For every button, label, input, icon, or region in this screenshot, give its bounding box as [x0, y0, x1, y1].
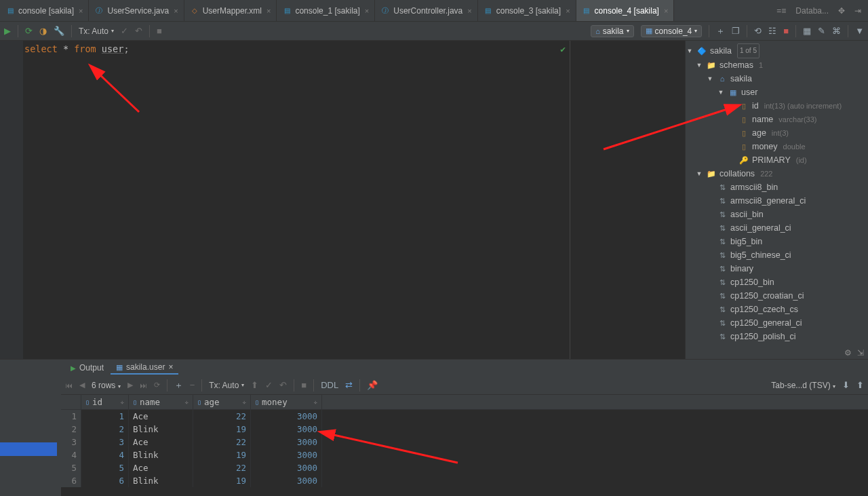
results-tab-output[interactable]: ▶Output [65, 362, 109, 374]
last-page-icon[interactable]: ⏭ [140, 381, 147, 389]
tree-collation[interactable]: ⇅big5_chinese_ci [686, 248, 868, 262]
rollback-icon[interactable]: ↶ [135, 26, 142, 36]
cell-name[interactable]: Ace [129, 410, 193, 423]
submit-icon[interactable]: ⬆ [251, 380, 258, 390]
tree-column[interactable]: ▯namevarchar(33) [686, 113, 868, 126]
cell-age[interactable]: 22 [193, 461, 251, 474]
cell-name[interactable]: Ace [129, 461, 193, 474]
tree-collation[interactable]: ⇅armscii8_general_ci [686, 194, 868, 208]
tree-schemas-folder[interactable]: ▼📁schemas1 [686, 58, 868, 72]
tree-collation[interactable]: ⇅cp1250_polish_ci [686, 330, 868, 343]
tree-primary-key[interactable]: 🔑PRIMARY(id) [686, 153, 868, 167]
close-icon[interactable]: × [174, 7, 178, 15]
grid-header-money[interactable]: ▯money÷ [251, 395, 322, 409]
results-tab-table[interactable]: ▦sakila.user× [111, 361, 178, 375]
cell-name[interactable]: Blink [129, 423, 193, 436]
gear-icon[interactable]: ⚙ [844, 348, 852, 358]
tree-column[interactable]: ▯idint(13) (auto increment) [686, 99, 868, 113]
table-row[interactable]: 4 4 Blink 19 3000 [61, 449, 868, 461]
wrench-icon[interactable]: 🔧 [54, 26, 64, 36]
cell-name[interactable]: Blink [129, 449, 193, 461]
cell-money[interactable]: 3000 [251, 461, 322, 474]
run-query-button[interactable]: ▶ [4, 26, 11, 36]
close-icon[interactable]: × [467, 7, 471, 15]
close-icon[interactable]: × [365, 7, 369, 15]
tree-collations-folder[interactable]: ▼📁collations222 [686, 167, 868, 180]
tree-collation[interactable]: ⇅big5_bin [686, 235, 868, 248]
table-view-icon[interactable]: ▦ [803, 26, 811, 36]
cell-name[interactable]: Ace [129, 436, 193, 449]
next-page-icon[interactable]: ▶ [127, 381, 133, 389]
cell-id[interactable]: 4 [81, 449, 129, 461]
crosshair-icon[interactable]: ✥ [838, 6, 845, 16]
collapse-icon[interactable]: ⇥ [854, 6, 861, 16]
grid-corner[interactable] [61, 395, 81, 409]
compare-icon[interactable]: ⇄ [345, 380, 353, 390]
panel-expand-icon[interactable]: ⇲ [857, 348, 864, 358]
stop-session-icon[interactable]: ■ [783, 26, 789, 36]
cell-age[interactable]: 22 [193, 410, 251, 423]
tree-column[interactable]: ▯ageint(3) [686, 126, 868, 140]
database-toolwindow-label[interactable]: Databa... [795, 6, 829, 16]
reload-icon[interactable]: ⟳ [154, 381, 160, 389]
first-page-icon[interactable]: ⏮ [65, 381, 73, 389]
editor-tab[interactable]: ▤ console_4 [sakila] × [576, 0, 675, 21]
tab-overflow-icon[interactable]: =≡ [776, 6, 786, 16]
tree-collation[interactable]: ⇅cp1250_croatian_ci [686, 289, 868, 303]
close-icon[interactable]: × [566, 7, 570, 15]
filter-icon[interactable]: ▼ [855, 26, 864, 36]
close-icon[interactable]: × [168, 362, 173, 372]
results-grid[interactable]: ▯id÷ ▯name÷ ▯age÷ ▯money÷ 1 1 Ace 22 300… [61, 395, 868, 496]
cell-id[interactable]: 6 [81, 474, 129, 487]
cell-money[interactable]: 3000 [251, 449, 322, 461]
export-format-selector[interactable]: Tab-se...d (TSV) ▾ [771, 381, 835, 390]
editor-tab[interactable]: ◇ UserMapper.xml × [184, 0, 277, 21]
tree-column[interactable]: ▯moneydouble [686, 140, 868, 153]
cell-id[interactable]: 2 [81, 423, 129, 436]
prev-page-icon[interactable]: ◀ [79, 381, 85, 389]
cell-money[interactable]: 3000 [251, 423, 322, 436]
table-row[interactable]: 6 6 Blink 19 3000 [61, 474, 868, 487]
history-icon[interactable]: ⟳ [25, 26, 33, 36]
close-icon[interactable]: × [79, 7, 83, 15]
grid-header-age[interactable]: ▯age÷ [193, 395, 251, 409]
remove-row-icon[interactable]: − [190, 380, 195, 390]
cell-age[interactable]: 22 [193, 436, 251, 449]
editor-tab[interactable]: ▤ console_1 [sakila] × [277, 0, 375, 21]
grid-header-id[interactable]: ▯id÷ [81, 395, 129, 409]
ddl-button[interactable]: DDL [321, 380, 338, 390]
download-icon[interactable]: ⬇ [842, 380, 850, 390]
console-selector[interactable]: ▦console_4 ▾ [641, 25, 703, 37]
explain-icon[interactable]: ◑ [39, 26, 47, 36]
editor-tab[interactable]: ▤ console [sakila] × [0, 0, 89, 21]
grid-header-name[interactable]: ▯name÷ [129, 395, 193, 409]
cell-money[interactable]: 3000 [251, 410, 322, 423]
console-new-icon[interactable]: ⌘ [832, 26, 841, 36]
refresh-icon[interactable]: ⟲ [754, 26, 762, 36]
tree-schema[interactable]: ▼⌂sakila [686, 72, 868, 85]
edit-icon[interactable]: ✎ [818, 26, 825, 36]
cell-id[interactable]: 3 [81, 436, 129, 449]
editor-tab[interactable]: Ⓙ UserService.java × [89, 0, 184, 21]
tree-collation[interactable]: ⇅cp1250_bin [686, 275, 868, 289]
pin-icon[interactable]: 📌 [367, 380, 378, 390]
close-icon[interactable]: × [664, 7, 668, 15]
add-icon[interactable]: ＋ [716, 25, 725, 37]
tree-collation[interactable]: ⇅ascii_bin [686, 208, 868, 221]
diff-icon[interactable]: ☷ [768, 26, 776, 36]
tree-collation[interactable]: ⇅cp1250_general_ci [686, 316, 868, 330]
tx-mode-selector[interactable]: Tx: Auto ▾ [79, 26, 114, 36]
cancel-query-icon[interactable]: ■ [301, 380, 307, 390]
schema-selector[interactable]: ⌂sakila ▾ [591, 25, 633, 37]
tree-datasource[interactable]: ▼🔷sakila1 of 5 [686, 43, 868, 58]
cell-money[interactable]: 3000 [251, 474, 322, 487]
editor-tab[interactable]: Ⓙ UserController.java × [375, 0, 477, 21]
results-tx-selector[interactable]: Tx: Auto ▾ [209, 381, 244, 390]
editor-tab[interactable]: ▤ console_3 [sakila] × [478, 0, 576, 21]
close-icon[interactable]: × [267, 7, 271, 15]
cell-age[interactable]: 19 [193, 449, 251, 461]
tree-collation[interactable]: ⇅binary [686, 262, 868, 275]
copy-icon[interactable]: ❐ [732, 26, 740, 36]
tree-collation[interactable]: ⇅armscii8_bin [686, 180, 868, 194]
cell-id[interactable]: 1 [81, 410, 129, 423]
